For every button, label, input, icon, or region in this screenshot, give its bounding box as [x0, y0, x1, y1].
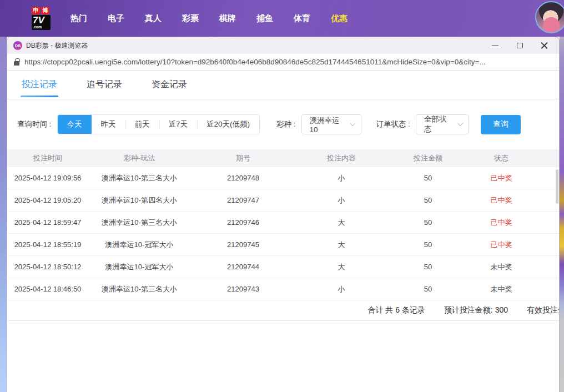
tab-bet-records[interactable]: 投注记录 [22, 71, 57, 99]
nav-item-sports[interactable]: 体育 [294, 13, 310, 24]
chevron-down-icon [350, 120, 356, 127]
table-row: 2025-04-12 18:46:50 澳洲幸运10-第三名大小 2120974… [7, 278, 559, 300]
minimize-icon [492, 46, 498, 46]
cell-amount: 50 [387, 263, 469, 271]
browser-window: DB DB彩票 - 极速浏览器 https://ctopcp02pcali.ue… [7, 37, 560, 392]
summary-expected-amount: 预计投注金额: 300 [444, 305, 508, 315]
cell-game: 澳洲幸运10-第三名大小 [88, 284, 190, 294]
logo-char-2: 博 [41, 7, 49, 14]
maximize-icon [517, 43, 523, 48]
query-button[interactable]: 查询 [481, 115, 521, 134]
maximize-button[interactable] [511, 39, 528, 52]
nav-item-fishing[interactable]: 捕鱼 [256, 13, 273, 24]
minimize-button[interactable] [487, 39, 503, 52]
background-strip-left [0, 37, 7, 392]
nav-item-slots[interactable]: 电子 [108, 13, 124, 24]
logo-brand: 7V [33, 16, 49, 25]
status-filter-label: 订单状态 : [376, 119, 411, 129]
site-logo[interactable]: 申 博 7V .com [32, 7, 51, 30]
summary-total: 合计 共 6 条记录 [367, 305, 425, 315]
desktop-frame: DB DB彩票 - 极速浏览器 https://ctopcp02pcali.ue… [0, 37, 564, 392]
scrollbar-thumb[interactable] [556, 169, 558, 204]
table-row: 2025-04-12 19:09:56 澳洲幸运10-第三名大小 2120974… [7, 167, 559, 189]
time-option-yesterday[interactable]: 昨天 [92, 115, 125, 134]
time-option-daybefore[interactable]: 前天 [125, 115, 159, 134]
table-row: 2025-04-12 18:50:12 澳洲幸运10-冠军大小 21209744… [7, 256, 559, 278]
cell-game: 澳洲幸运10-冠军大小 [88, 262, 190, 272]
time-filter-label: 查询时间 : [17, 119, 52, 129]
cell-time: 2025-04-12 18:50:12 [7, 263, 88, 271]
url-text: https://ctopcp02pcali.uengi5e.com/lotter… [24, 58, 486, 66]
nav-item-promo[interactable]: 优惠 [331, 13, 348, 24]
table-header-row: 投注时间 彩种-玩法 期号 投注内容 投注金额 状态 [7, 149, 559, 167]
time-option-7days[interactable]: 近7天 [159, 115, 198, 134]
cell-content: 小 [296, 284, 387, 294]
col-header-game: 彩种-玩法 [88, 153, 190, 163]
status-badge: 已中奖 [469, 173, 533, 183]
cell-time: 2025-04-12 18:59:47 [7, 218, 88, 227]
main-nav: 热门 电子 真人 彩票 棋牌 捕鱼 体育 优惠 [70, 13, 348, 24]
status-badge: 未中奖 [469, 284, 533, 294]
cell-game: 澳洲幸运10-第三名大小 [88, 173, 190, 183]
close-button[interactable] [536, 39, 552, 52]
cell-issue: 21209747 [190, 196, 296, 204]
cell-content: 小 [296, 195, 387, 205]
cell-time: 2025-04-12 18:46:50 [7, 285, 88, 293]
col-header-content: 投注内容 [296, 153, 387, 163]
nav-item-cards[interactable]: 棋牌 [219, 13, 236, 24]
record-tabs: 投注记录 追号记录 资金记录 [7, 71, 559, 99]
time-option-20days[interactable]: 近20天(低频) [197, 115, 259, 134]
lottery-select-value: 澳洲幸运10 [310, 115, 344, 134]
lottery-filter-label: 彩种 : [276, 119, 296, 129]
site-topbar: 申 博 7V .com 热门 电子 真人 彩票 棋牌 捕鱼 体育 优惠 [0, 0, 564, 37]
time-option-today[interactable]: 今天 [58, 115, 92, 134]
status-badge: 已中奖 [469, 240, 533, 250]
logo-suffix: .com [33, 25, 49, 29]
status-select[interactable]: 全部状态 [416, 114, 469, 134]
cell-issue: 21209746 [190, 218, 296, 227]
col-header-amount: 投注金额 [387, 153, 469, 163]
cell-time: 2025-04-12 19:05:20 [7, 196, 88, 204]
cell-issue: 21209748 [190, 174, 296, 182]
cell-game: 澳洲幸运10-第四名大小 [88, 195, 190, 205]
cell-amount: 50 [387, 196, 469, 204]
nav-item-lottery[interactable]: 彩票 [182, 13, 199, 24]
cell-amount: 50 [387, 240, 469, 249]
window-titlebar: DB DB彩票 - 极速浏览器 [7, 37, 559, 54]
address-bar[interactable]: https://ctopcp02pcali.uengi5e.com/lotter… [7, 54, 559, 71]
table-row: 2025-04-12 19:05:20 澳洲幸运10-第四名大小 2120974… [7, 189, 559, 212]
avatar[interactable] [535, 1, 564, 33]
tab-chase-records[interactable]: 追号记录 [87, 71, 122, 99]
nav-item-hot[interactable]: 热门 [70, 13, 87, 24]
cell-issue: 21209745 [190, 240, 296, 249]
summary-valid-amount: 有效投注金 [527, 305, 559, 315]
tab-fund-records[interactable]: 资金记录 [152, 71, 187, 99]
filter-bar: 查询时间 : 今天 昨天 前天 近7天 近20天(低频) 彩种 : 澳洲幸运10… [17, 114, 559, 134]
cell-content: 小 [296, 173, 387, 183]
nav-item-live[interactable]: 真人 [145, 13, 162, 24]
logo-char-1: 申 [32, 7, 40, 14]
cell-content: 大 [296, 240, 387, 250]
col-header-status: 状态 [469, 153, 533, 163]
cell-content: 大 [296, 262, 387, 272]
time-filter-group: 今天 昨天 前天 近7天 近20天(低频) [57, 114, 260, 134]
cell-amount: 50 [387, 218, 469, 227]
col-header-time: 投注时间 [7, 153, 88, 163]
summary-row: 合计 共 6 条记录 预计投注金额: 300 有效投注金 [7, 300, 559, 321]
cell-issue: 21209743 [190, 285, 296, 293]
cell-content: 大 [296, 218, 387, 228]
cell-game: 澳洲幸运10-冠军大小 [88, 240, 190, 250]
lottery-select[interactable]: 澳洲幸运10 [301, 114, 361, 134]
close-icon [541, 42, 548, 49]
status-badge: 未中奖 [469, 262, 533, 272]
cell-amount: 50 [387, 285, 469, 293]
cell-time: 2025-04-12 18:55:19 [7, 240, 88, 249]
status-badge: 已中奖 [469, 218, 533, 228]
col-header-issue: 期号 [190, 153, 296, 163]
cell-time: 2025-04-12 19:09:56 [7, 174, 88, 182]
chevron-down-icon [457, 120, 464, 127]
table-row: 2025-04-12 18:59:47 澳洲幸运10-第三名大小 2120974… [7, 212, 559, 234]
table-row: 2025-04-12 18:55:19 澳洲幸运10-冠军大小 21209745… [7, 234, 559, 256]
cell-game: 澳洲幸运10-第三名大小 [88, 218, 190, 228]
bet-records-table: 投注时间 彩种-玩法 期号 投注内容 投注金额 状态 2025-04-12 19… [7, 149, 559, 300]
